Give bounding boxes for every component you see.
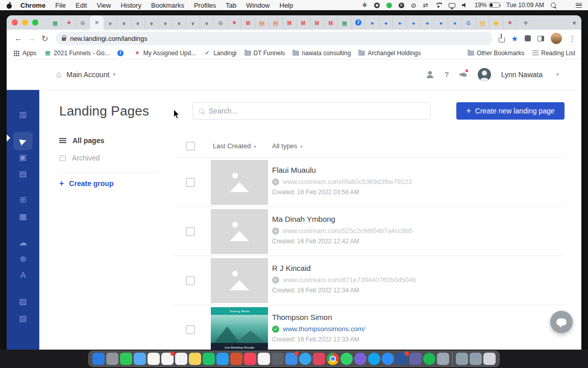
camera-icon[interactable] (272, 353, 284, 365)
app-tab-icon[interactable] (407, 15, 421, 30)
dropbox-icon[interactable] (437, 353, 449, 365)
domains-icon[interactable]: ⊕ (7, 251, 39, 267)
url-text[interactable]: www.thompsonsimons.com/ (283, 325, 365, 333)
other-bookmarks-folder[interactable]: Other Bookmarks (468, 50, 524, 57)
powerpoint-icon[interactable] (230, 353, 242, 365)
finder-icon[interactable] (92, 353, 105, 365)
menubar-list-icon[interactable] (576, 3, 582, 8)
meeting-status-icon[interactable] (386, 3, 392, 8)
address-bar[interactable]: new.landingi.com/landings (56, 32, 493, 45)
bookmark-2021-funnels[interactable]: 2021 Funnels - Go... (44, 50, 109, 57)
bookmark-facebook[interactable] (117, 50, 126, 56)
spotify-icon[interactable] (423, 353, 435, 365)
reading-list-button[interactable]: Reading List (532, 50, 575, 57)
side-panel-icon[interactable] (537, 36, 544, 41)
account-switcher[interactable]: Main Account (66, 71, 109, 79)
do-not-disturb-icon[interactable] (411, 2, 416, 9)
create-landing-page-button[interactable]: + Create new landing page (456, 102, 565, 120)
menubar-item[interactable]: Help (280, 2, 293, 9)
music-icon[interactable] (244, 353, 256, 365)
control-center-icon[interactable] (563, 3, 569, 8)
mail-tab-icon[interactable] (269, 15, 283, 30)
new-tab-button[interactable]: + (523, 18, 528, 27)
app-tab-icon[interactable] (393, 15, 407, 30)
mail-tab-icon[interactable] (255, 15, 269, 30)
close-window-button[interactable] (12, 19, 18, 26)
chrome-icon[interactable] (327, 353, 339, 365)
fonts-icon[interactable]: A (7, 268, 39, 283)
apps-shortcut[interactable]: Apps (13, 50, 36, 57)
landing-page-thumbnail[interactable] (211, 209, 268, 254)
app-tab-icon[interactable] (421, 15, 434, 30)
web-tab-icon[interactable] (214, 15, 228, 30)
landing-page-thumbnail[interactable] (211, 160, 268, 205)
mail-icon[interactable] (285, 353, 298, 365)
sync-menu-icon[interactable] (423, 2, 428, 8)
collapsed-tab-icon[interactable] (186, 15, 200, 30)
create-group-button[interactable]: + Create group (59, 179, 158, 188)
collapsed-tab-icon[interactable] (200, 15, 214, 30)
gmail-tab-icon[interactable] (297, 15, 310, 30)
leads-icon[interactable]: ▦ (7, 209, 39, 224)
bookmark-folder-archangel-holdings[interactable]: Archangel Holdings (358, 50, 421, 57)
reminders-icon[interactable] (175, 353, 187, 365)
menubar-item[interactable]: File (55, 2, 66, 9)
help-icon[interactable]: ? (445, 70, 449, 79)
user-avatar[interactable] (478, 68, 491, 81)
url-text[interactable]: www.custream.com/0fa80c5369d3fbe79123 (283, 178, 412, 186)
notes-icon[interactable] (148, 353, 160, 365)
numbers-icon[interactable] (203, 353, 215, 365)
menubar-item[interactable]: Window (246, 2, 270, 9)
wifi-icon[interactable] (435, 3, 442, 8)
zoom-icon[interactable] (382, 353, 394, 365)
url-text[interactable]: www.custream.com/525c2c66f04b7a4cc9b5 (283, 227, 412, 235)
web-tab-icon[interactable] (76, 15, 90, 30)
extension-icon[interactable] (525, 35, 531, 41)
menubar-item[interactable]: Edit (76, 2, 87, 9)
landing-page-title[interactable]: R J Kincaid (272, 264, 416, 272)
announcements-megaphone-icon[interactable] (459, 71, 468, 78)
search-box[interactable] (192, 102, 431, 120)
landing-page-title[interactable]: Flaui Muaulu (272, 166, 412, 174)
collapsed-tab-icon[interactable] (145, 15, 159, 30)
reload-button[interactable]: ↻ (38, 34, 52, 43)
menubar-clock[interactable]: Tue 10:09 AM (506, 2, 544, 9)
collapsed-tab-icon[interactable] (117, 15, 131, 30)
nav-archived[interactable]: Archived (59, 149, 158, 167)
display-menu-icon[interactable] (449, 3, 455, 8)
screen-record-menu-icon[interactable] (374, 3, 380, 8)
bookmark-my-assigned[interactable]: My Assigned Upd... (134, 50, 196, 57)
teams-icon[interactable] (409, 353, 422, 365)
user-menu-chevron-icon[interactable]: ▾ (556, 72, 559, 77)
sheets-tab-icon[interactable] (48, 15, 62, 30)
menubar-item[interactable]: Tab (226, 2, 236, 9)
battery-indicator[interactable]: 19% (475, 2, 500, 9)
uploads-icon[interactable]: ☁ (7, 235, 39, 250)
account-chevron-icon[interactable]: ▾ (113, 72, 115, 77)
landing-page-title[interactable]: Thompson Simon (272, 313, 365, 321)
chat-widget-button[interactable] (550, 311, 573, 333)
collapsed-tab-icon[interactable] (131, 15, 145, 30)
documents-folder-icon[interactable] (470, 353, 482, 365)
keynote-icon[interactable] (216, 353, 229, 365)
stickies-icon[interactable] (189, 353, 201, 365)
clickup-icon[interactable] (313, 353, 325, 365)
menubar-item[interactable]: View (96, 2, 111, 9)
gmail-tab-icon[interactable] (241, 15, 255, 30)
facebook-tab-icon[interactable] (352, 15, 365, 30)
snowflake-menu-icon[interactable] (362, 2, 368, 8)
whatsapp-icon[interactable] (340, 353, 353, 365)
row-checkbox[interactable] (186, 276, 195, 285)
search-input[interactable] (209, 107, 424, 115)
collapsed-tab-icon[interactable] (104, 15, 117, 30)
spotlight-search-icon[interactable] (551, 3, 556, 8)
bluetooth-menu-icon[interactable]: b (399, 3, 404, 8)
messages-icon[interactable] (120, 353, 132, 365)
menubar-item[interactable]: Chrome (20, 2, 45, 9)
nav-all-pages[interactable]: All pages (59, 132, 158, 149)
dock-divider[interactable] (452, 352, 453, 365)
docs-tab-icon[interactable] (476, 15, 489, 30)
gmail-tab-icon[interactable] (324, 15, 338, 30)
tab-search-chevron-icon[interactable]: ∨ (572, 20, 576, 26)
clickup-tab-icon[interactable] (503, 15, 517, 30)
